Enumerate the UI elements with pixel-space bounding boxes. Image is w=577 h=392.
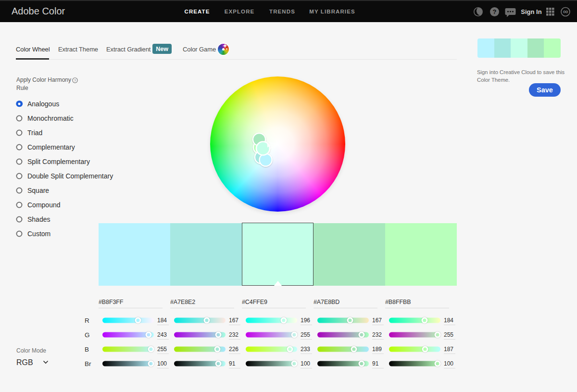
svg-text:∞: ∞ [563,7,568,15]
svg-text:Sign In: Sign In [521,8,541,15]
svg-text:?: ? [493,8,497,15]
svg-text:?: ? [74,78,76,83]
